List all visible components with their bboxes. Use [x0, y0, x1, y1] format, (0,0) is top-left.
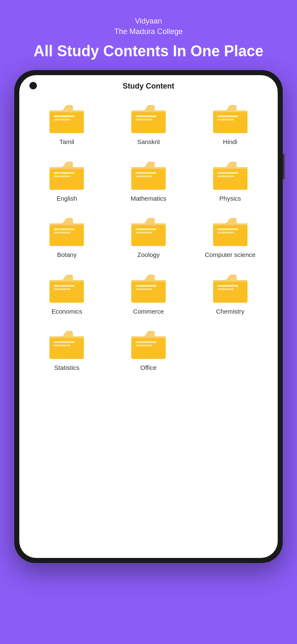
- phone-screen: Study Content Tamil Sanskrit Hindi: [19, 75, 278, 558]
- folder-label-botany: Botany: [57, 251, 77, 259]
- svg-rect-55: [135, 345, 152, 346]
- folder-icon-computer-science: [211, 216, 249, 247]
- tagline: All Study Contents In One Place: [34, 42, 263, 60]
- folder-label-zoology: Zoology: [137, 251, 159, 259]
- svg-rect-49: [50, 338, 84, 359]
- svg-rect-47: [217, 288, 234, 290]
- side-button: [283, 154, 284, 179]
- svg-rect-36: [50, 280, 84, 282]
- svg-rect-9: [213, 112, 248, 133]
- folder-icon-statistics: [48, 329, 86, 360]
- svg-rect-21: [213, 169, 248, 190]
- folder-item-statistics[interactable]: Statistics: [28, 325, 106, 375]
- svg-rect-13: [50, 169, 84, 190]
- folder-item-zoology[interactable]: Zoology: [109, 212, 188, 262]
- folder-icon-botany: [48, 216, 86, 247]
- svg-rect-41: [131, 282, 166, 303]
- svg-rect-35: [217, 232, 234, 233]
- svg-rect-51: [54, 345, 70, 346]
- header: Vidyaan The Madura College All Study Con…: [34, 17, 263, 60]
- folder-item-botany[interactable]: Botany: [28, 212, 106, 262]
- folder-icon-english: [48, 160, 86, 191]
- folder-label-office: Office: [141, 364, 157, 372]
- folder-item-english[interactable]: English: [28, 156, 106, 206]
- folder-grid: Tamil Sanskrit Hindi English: [28, 99, 269, 375]
- svg-rect-18: [135, 172, 156, 174]
- camera-dot: [29, 82, 37, 89]
- svg-rect-20: [213, 167, 248, 169]
- folder-item-office[interactable]: Office: [109, 325, 188, 375]
- svg-rect-32: [213, 223, 248, 225]
- folder-icon-hindi: [211, 103, 249, 134]
- svg-rect-6: [135, 115, 156, 117]
- svg-rect-40: [131, 280, 166, 282]
- phone-frame: Study Content Tamil Sanskrit Hindi: [14, 70, 283, 563]
- folder-icon-sanskrit: [130, 103, 167, 134]
- college-name: The Madura College: [34, 27, 263, 36]
- folder-item-commerce[interactable]: Commerce: [109, 269, 188, 319]
- status-bar: Study Content: [19, 75, 278, 89]
- content-area: Tamil Sanskrit Hindi English: [19, 89, 278, 392]
- folder-label-chemistry: Chemistry: [216, 307, 245, 316]
- svg-rect-1: [50, 112, 84, 133]
- svg-rect-2: [54, 115, 75, 117]
- folder-label-statistics: Statistics: [54, 364, 79, 372]
- svg-rect-0: [50, 110, 84, 112]
- folder-item-physics[interactable]: Physics: [191, 156, 269, 206]
- folder-icon-mathematics: [130, 160, 167, 191]
- folder-item-computer-science[interactable]: Computer science: [191, 212, 269, 262]
- folder-label-commerce: Commerce: [133, 307, 164, 316]
- svg-rect-11: [217, 119, 234, 120]
- svg-rect-54: [135, 341, 156, 343]
- svg-rect-28: [131, 223, 166, 225]
- folder-icon-physics: [211, 160, 249, 191]
- svg-rect-27: [54, 232, 70, 233]
- svg-rect-37: [50, 282, 84, 303]
- svg-rect-5: [131, 112, 166, 133]
- folder-label-english: English: [57, 194, 77, 203]
- svg-rect-53: [131, 338, 166, 359]
- svg-rect-15: [54, 175, 70, 177]
- svg-rect-19: [135, 175, 152, 177]
- svg-rect-7: [135, 119, 152, 120]
- folder-icon-economics: [48, 272, 86, 304]
- app-name: Vidyaan: [34, 17, 263, 26]
- folder-item-tamil[interactable]: Tamil: [28, 99, 106, 149]
- folder-icon-chemistry: [211, 272, 249, 304]
- svg-rect-8: [213, 110, 248, 112]
- folder-item-hindi[interactable]: Hindi: [191, 99, 269, 149]
- svg-rect-4: [131, 110, 166, 112]
- svg-rect-3: [54, 119, 70, 120]
- folder-label-tamil: Tamil: [60, 138, 74, 146]
- folder-item-chemistry[interactable]: Chemistry: [191, 269, 269, 319]
- svg-rect-26: [54, 228, 75, 230]
- folder-label-economics: Economics: [52, 307, 82, 316]
- svg-rect-14: [54, 172, 75, 174]
- svg-rect-31: [135, 232, 152, 233]
- folder-item-mathematics[interactable]: Mathematics: [109, 156, 188, 206]
- svg-rect-50: [54, 341, 75, 343]
- folder-label-computer-science: Computer science: [205, 251, 255, 259]
- svg-rect-10: [217, 115, 238, 117]
- svg-rect-52: [131, 336, 166, 338]
- folder-icon-zoology: [130, 216, 167, 247]
- folder-icon-commerce: [130, 272, 167, 304]
- svg-rect-42: [135, 285, 156, 287]
- folder-item-economics[interactable]: Economics: [28, 269, 106, 319]
- folder-item-sanskrit[interactable]: Sanskrit: [109, 99, 188, 149]
- folder-icon-tamil: [48, 103, 86, 134]
- svg-rect-34: [217, 228, 238, 230]
- svg-rect-23: [217, 175, 234, 177]
- folder-label-mathematics: Mathematics: [130, 194, 166, 203]
- svg-rect-17: [131, 169, 166, 190]
- svg-rect-44: [213, 280, 248, 282]
- folder-label-sanskrit: Sanskrit: [137, 138, 160, 146]
- svg-rect-12: [50, 167, 84, 169]
- svg-rect-43: [135, 288, 152, 290]
- svg-rect-39: [54, 288, 70, 290]
- folder-label-physics: Physics: [219, 194, 241, 203]
- folder-label-hindi: Hindi: [223, 138, 237, 146]
- svg-rect-38: [54, 285, 75, 287]
- svg-rect-46: [217, 285, 238, 287]
- svg-rect-30: [135, 228, 156, 230]
